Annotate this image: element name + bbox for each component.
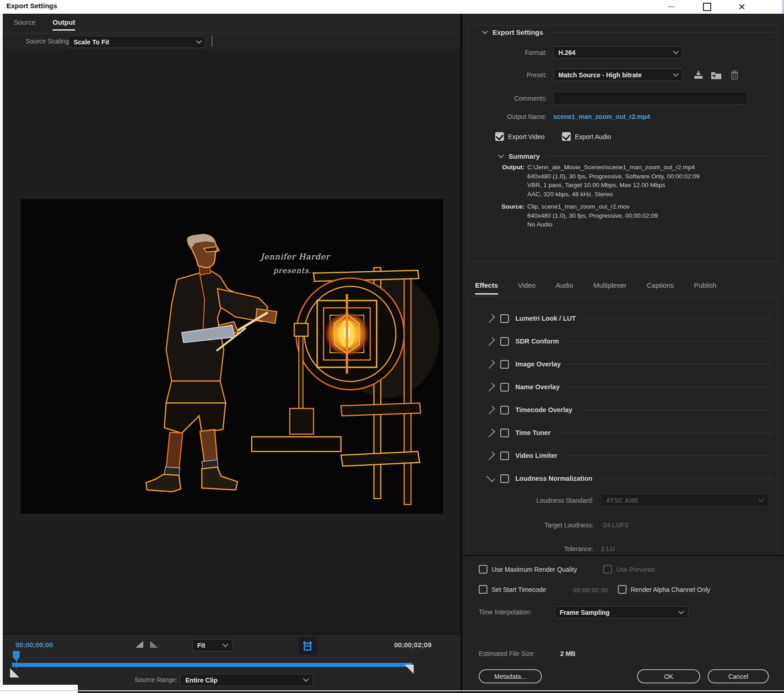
toolbar-separator — [211, 36, 212, 47]
close-icon: ✕ — [738, 2, 746, 11]
use-max-render-checkbox[interactable]: Use Maximum Render Quality — [479, 565, 577, 574]
source-scaling-dropdown[interactable]: Scale To Fit — [69, 36, 206, 48]
loudness-standard-row: Loudness Standard: ATSC A/85 — [479, 494, 772, 506]
export-checkbox-row: Export Video Export Audio — [495, 132, 611, 141]
close-button[interactable]: ✕ — [731, 0, 752, 14]
zoom-level-dropdown[interactable]: Fit — [192, 639, 232, 651]
save-preset-button[interactable] — [693, 70, 704, 80]
tab-audio[interactable]: Audio — [556, 281, 573, 289]
render-options: Use Maximum Render Quality Use Previews … — [462, 555, 784, 693]
chevron-right-icon — [486, 405, 495, 414]
effect-row-loudness[interactable]: Loudness Normalization — [468, 472, 778, 485]
preset-label: Preset: — [476, 71, 547, 79]
summary-source-block: Source: Clip, scene1_man_zoom_out_r2.mov… — [479, 202, 658, 229]
cancel-button[interactable]: Cancel — [708, 669, 769, 683]
checkbox-icon[interactable] — [500, 451, 509, 460]
summary-source-line: Clip, scene1_man_zoom_out_r2.mov — [527, 202, 658, 211]
in-point-icon[interactable] — [135, 641, 143, 648]
import-preset-button[interactable] — [710, 70, 722, 80]
chevron-down-icon — [196, 38, 202, 44]
effect-row-image-overlay[interactable]: Image Overlay — [468, 358, 778, 371]
scrub-bar[interactable] — [12, 663, 412, 667]
render-alpha-checkbox[interactable]: Render Alpha Channel Only — [618, 585, 710, 594]
summary-title: Summary — [508, 152, 540, 160]
tab-captions[interactable]: Captions — [647, 281, 674, 289]
chevron-right-icon — [486, 382, 495, 391]
source-range-label: Source Range: — [135, 676, 177, 683]
set-start-timecode-checkbox[interactable]: Set Start Timecode — [479, 585, 546, 594]
tab-multiplexer[interactable]: Multiplexer — [594, 281, 627, 289]
checkbox-icon[interactable] — [500, 406, 509, 414]
output-name-link[interactable]: scene1_man_zoom_out_r2.mp4 — [553, 113, 650, 120]
current-timecode[interactable]: 00;00;00;00 — [16, 641, 53, 649]
range-handle-left[interactable] — [10, 668, 19, 677]
source-scaling-label: Source Scaling: — [26, 38, 70, 45]
export-video-checkbox[interactable]: Export Video — [495, 132, 545, 141]
comments-row: Comments: — [476, 91, 769, 105]
range-handle-right[interactable] — [405, 665, 414, 674]
tab-video[interactable]: Video — [518, 281, 535, 289]
chevron-right-icon — [486, 337, 495, 345]
effect-row-time-tuner[interactable]: Time Tuner — [468, 426, 778, 439]
chevron-down-icon — [482, 28, 488, 34]
minimize-button[interactable] — [661, 0, 682, 14]
effect-row-lumetri[interactable]: Lumetri Look / LUT — [468, 312, 778, 325]
tab-publish[interactable]: Publish — [694, 281, 716, 289]
maximize-icon — [703, 3, 711, 11]
tab-output[interactable]: Output — [53, 18, 75, 26]
section-rule — [549, 32, 776, 32]
summary-header[interactable]: Summary — [499, 152, 770, 160]
preview-tabbar: Source Output — [3, 14, 460, 33]
settings-panel: Export Settings Format: H.264 Preset: Ma… — [462, 14, 784, 693]
estimated-size-label: Estimated File Size: — [479, 650, 535, 657]
estimated-size-value: 2 MB — [560, 650, 575, 657]
export-settings-header[interactable]: Export Settings — [483, 28, 776, 36]
chevron-right-icon — [486, 451, 495, 460]
summary-source-line: 640x480 (1.0), 30 fps, Progressive, 00;0… — [527, 211, 658, 220]
effect-row-video-limiter[interactable]: Video Limiter — [468, 449, 778, 462]
checkbox-icon[interactable] — [500, 337, 509, 346]
format-label: Format: — [476, 49, 547, 56]
effect-row-name-overlay[interactable]: Name Overlay — [468, 381, 778, 393]
loudness-standard-dropdown: ATSC A/85 — [601, 494, 768, 506]
export-audio-checkbox[interactable]: Export Audio — [562, 132, 611, 141]
import-preset-icon — [710, 70, 722, 80]
checkbox-icon — [603, 565, 612, 574]
checkbox-icon[interactable] — [500, 429, 509, 437]
chevron-down-icon — [758, 496, 764, 502]
checkbox-icon[interactable] — [500, 474, 509, 483]
checkbox-icon[interactable] — [500, 383, 509, 392]
summary-output-line: AAC, 320 kbps, 48 kHz, Stereo — [527, 190, 699, 199]
active-tab-underline — [53, 29, 75, 31]
ok-button[interactable]: OK — [637, 669, 700, 683]
delete-preset-button[interactable] — [730, 70, 740, 81]
chevron-right-icon — [486, 428, 495, 437]
transport-bar: 00;00;00;00 Fit 00;00;02;09 Source Range… — [3, 634, 460, 693]
format-dropdown[interactable]: H.264 — [553, 46, 683, 59]
active-tab-underline — [475, 293, 498, 295]
crop-output-button[interactable] — [298, 637, 317, 655]
summary-output-line: 640x480 (1.0), 30 fps, Progressive, Soft… — [527, 172, 699, 181]
preview-panel: Source Output Source Scaling: Scale To F… — [3, 14, 460, 693]
out-point-icon[interactable] — [150, 641, 158, 648]
checkbox-checked-icon — [495, 132, 504, 141]
time-interpolation-dropdown[interactable]: Frame Sampling — [555, 606, 688, 618]
use-previews-checkbox[interactable]: Use Previews — [603, 565, 655, 574]
checkbox-icon[interactable] — [500, 360, 509, 369]
summary-source-line: No Audio — [527, 220, 658, 229]
checkbox-icon[interactable] — [500, 314, 509, 323]
comments-input[interactable] — [553, 91, 747, 105]
playhead[interactable] — [13, 651, 20, 661]
maximize-button[interactable] — [697, 0, 718, 14]
video-artwork: Jennifer Harder presents... — [21, 199, 443, 514]
chevron-down-icon — [673, 71, 679, 77]
tab-source[interactable]: Source — [14, 18, 36, 26]
output-name-row: Output Name: scene1_man_zoom_out_r2.mp4 — [476, 113, 769, 120]
tab-effects[interactable]: Effects — [475, 281, 498, 289]
checkbox-checked-icon — [562, 132, 571, 141]
metadata-button[interactable]: Metadata... — [479, 669, 542, 683]
effect-row-timecode-overlay[interactable]: Timecode Overlay — [468, 403, 778, 416]
source-range-dropdown[interactable]: Entire Clip — [180, 674, 313, 686]
effect-row-sdr[interactable]: SDR Conform — [468, 335, 778, 348]
preset-dropdown[interactable]: Match Source - High bitrate — [553, 69, 683, 81]
